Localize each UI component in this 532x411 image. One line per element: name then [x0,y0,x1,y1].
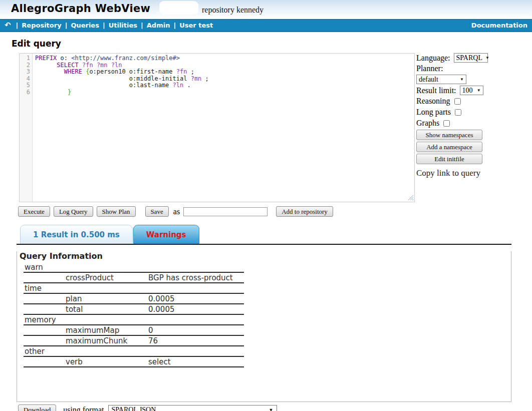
code-line: } [35,89,209,96]
table-row-verb: verbselect [24,357,244,367]
section-label: time [24,284,42,293]
row-value: 76 [148,336,244,345]
main-content: Edit query 123456 PREFIX o: <http://www.… [0,39,532,411]
copy-link-to-query[interactable]: Copy link to query [416,168,480,178]
format-select[interactable]: SPARQL JSON ▼ [108,405,277,411]
code-token: ; [187,68,194,75]
execute-button[interactable]: Execute [18,206,50,217]
table-row-plan: plan0.0005 [24,294,244,304]
query-editor[interactable]: 123456 PREFIX o: <http://www.franz.com/s… [19,53,415,202]
long-parts-label: Long parts [416,108,451,117]
tab-results[interactable]: 1 Result in 0.500 ms [20,225,133,244]
download-row: Download using format SPARQL JSON ▼ [18,404,532,411]
language-label: Language: [416,54,450,63]
code-token: o:last-name [35,82,173,89]
app-header: AllegroGraph WebView repository kennedy [0,0,532,19]
nav-item-user-test[interactable]: User test [179,22,213,29]
table-section-other: other [24,346,244,357]
chevron-down-icon: ▼ [477,88,481,93]
nav-separator: | [103,22,105,29]
namespace-buttons: Show namespacesAdd a namespaceEdit initf… [416,130,532,164]
code-token [35,68,64,75]
result-limit-select-value: 100 [462,87,473,95]
code-token: ; [201,75,208,82]
editor-resize-grip[interactable] [408,195,413,200]
line-number: 1 [20,55,30,62]
save-as-label: as [173,207,180,216]
header-blank-badge [159,1,198,15]
nav-documentation-link[interactable]: Documentation [471,22,527,29]
long-parts-checkbox[interactable] [455,109,461,116]
code-token: ?ln [111,62,122,69]
section-label: warn [24,263,43,272]
code-token: . [183,82,190,89]
nav-separator: | [65,22,68,29]
nav-separator: | [173,22,176,29]
code-token: ?mn [191,75,202,82]
section-label: memory [24,315,56,324]
add-to-repository-button[interactable]: Add to repository [276,206,333,217]
show-namespaces-button[interactable]: Show namespaces [416,130,482,140]
language-select[interactable]: SPARQL ▼ [454,53,488,63]
nav-separator: | [16,22,19,29]
code-token: o:person10 o:first-name [89,68,176,75]
table-row-total: total0.0005 [24,304,244,315]
line-number: 6 [20,89,30,96]
row-value: BGP has cross-product [148,273,244,282]
tab-warnings[interactable]: Warnings [133,225,199,244]
graphs-checkbox[interactable] [443,120,450,127]
table-row-maximummap: maximumMap0 [24,325,244,336]
code-token: ?fn [176,68,187,75]
table-row-maximumchunk: maximumChunk76 [24,336,244,346]
editor-row: 123456 PREFIX o: <http://www.franz.com/s… [19,53,532,202]
code-line: o:middle-initial ?mn ; [35,76,209,83]
nav-item-repository[interactable]: Repository [22,22,61,29]
code-token: WHERE [64,68,82,75]
line-number: 2 [20,62,30,69]
download-button[interactable]: Download [18,404,56,411]
query-actions: Execute Log Query Show Plan Save as Add … [18,206,532,217]
code-token: ?fn [82,62,93,69]
editor-gutter: 123456 [20,54,33,202]
code-token: SELECT [57,62,78,69]
format-select-value: SPARQL JSON [112,406,156,411]
save-button[interactable]: Save [145,206,169,217]
row-value: 0.0005 [148,294,244,303]
nav-item-queries[interactable]: Queries [71,22,99,29]
results-panel: Query Information warncrossProductBGP ha… [17,251,511,402]
row-key: total [66,305,148,314]
nav-item-admin[interactable]: Admin [147,22,170,29]
graphs-option: Graphs [416,119,532,128]
section-label: other [24,347,45,356]
code-line: o:last-name ?ln . [35,82,209,89]
app-title: AllegroGraph WebView [11,3,150,15]
save-as-input[interactable] [183,207,268,216]
checkbox-group: ReasoningLong partsGraphs [416,97,532,128]
table-section-memory: memory [24,315,244,325]
repository-label: repository kennedy [202,6,263,15]
row-key: crossProduct [66,273,148,282]
code-token [108,62,111,69]
add-a-namespace-button[interactable]: Add a namespace [416,142,482,152]
edit-initfile-button[interactable]: Edit initfile [416,154,482,164]
show-plan-button[interactable]: Show Plan [97,206,136,217]
back-arrow-icon[interactable]: ↶ [5,22,11,29]
row-value: select [148,357,244,366]
format-label: using format [63,405,104,411]
code-lines[interactable]: PREFIX o: <http://www.franz.com/simple#>… [33,54,209,202]
code-line: WHERE {o:person10 o:first-name ?fn ; [35,69,209,76]
log-query-button[interactable]: Log Query [54,206,93,217]
code-token [35,89,68,96]
reasoning-option: Reasoning [416,97,532,106]
result-tabs: 1 Result in 0.500 msWarnings [17,225,511,245]
row-key: maximumMap [66,326,148,335]
reasoning-checkbox[interactable] [454,98,461,105]
result-limit-select[interactable]: 100 ▼ [460,86,483,95]
row-value: 0 [148,326,244,335]
table-row-crossproduct: crossProductBGP has cross-product [24,273,244,283]
language-select-value: SPARQL [456,54,482,62]
chevron-down-icon: ▼ [485,56,489,60]
nav-item-utilities[interactable]: Utilities [109,22,137,29]
code-line: PREFIX o: <http://www.franz.com/simple#> [35,55,209,62]
planner-select[interactable]: default ▼ [416,75,466,84]
